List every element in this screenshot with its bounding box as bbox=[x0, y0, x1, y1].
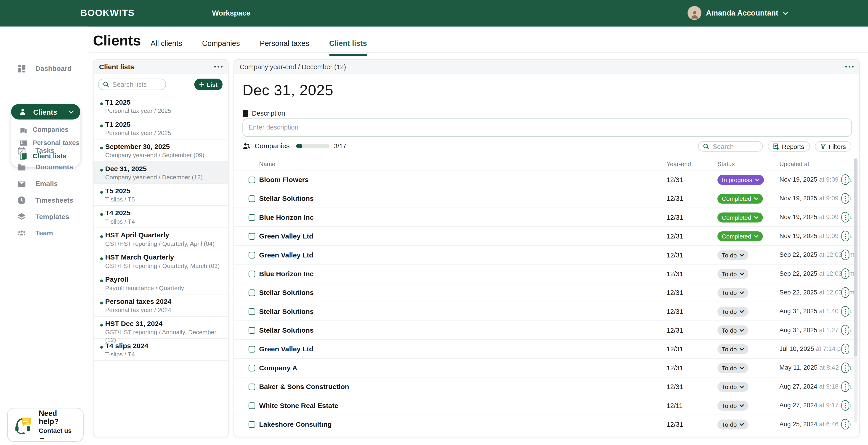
list-item[interactable]: HST April Quarterly GST/HST reporting / … bbox=[93, 228, 228, 250]
search-lists-box bbox=[98, 78, 166, 90]
scrollbar-thumb[interactable] bbox=[854, 158, 858, 356]
sidebar-item-dashboard[interactable]: Dashboard bbox=[0, 62, 89, 75]
table-row[interactable]: Bloom Flowers 12/31 In progress Nov 19, … bbox=[234, 170, 860, 189]
row-actions-icon[interactable] bbox=[841, 344, 849, 354]
list-item[interactable]: T1 2025 Personal tax year / 2025 bbox=[93, 118, 228, 139]
workspace-label[interactable]: Workspace bbox=[212, 9, 250, 17]
chevron-down-icon bbox=[740, 385, 744, 389]
row-checkbox[interactable] bbox=[249, 402, 255, 409]
sidebar-item-team[interactable]: Team bbox=[0, 226, 89, 240]
tab-personal-taxes[interactable]: Personal taxes bbox=[260, 39, 309, 56]
row-status-badge[interactable]: To do bbox=[717, 382, 748, 392]
row-status-badge[interactable]: To do bbox=[717, 325, 748, 336]
sidebar-clients-label: Clients bbox=[33, 107, 57, 116]
row-status-badge[interactable]: To do bbox=[717, 288, 748, 298]
row-status-badge[interactable]: To do bbox=[717, 420, 748, 430]
table-row[interactable]: Stellar Solutions 12/31 To do Aug 31, 20… bbox=[234, 302, 860, 321]
list-item[interactable]: Dec 31, 2025 Company year-end / December… bbox=[93, 161, 228, 184]
table-row[interactable]: Baker & Sons Construction 12/31 To do Au… bbox=[234, 377, 860, 396]
table-row[interactable]: White Stone Real Estate 12/11 To do Aug … bbox=[234, 396, 860, 415]
row-actions-icon[interactable] bbox=[841, 174, 849, 185]
description-input[interactable] bbox=[242, 118, 852, 137]
table-scrollbar[interactable] bbox=[854, 158, 858, 423]
row-checkbox[interactable] bbox=[249, 346, 255, 352]
row-status-badge[interactable]: To do bbox=[717, 307, 748, 317]
list-item[interactable]: Payroll Payroll remittance / Quarterly bbox=[93, 272, 228, 294]
list-item[interactable]: September 30, 2025 Company year-end / Se… bbox=[93, 139, 228, 162]
filters-button[interactable]: Filters bbox=[815, 141, 851, 152]
row-status-badge[interactable]: Completed bbox=[717, 194, 763, 204]
row-status-badge[interactable]: To do bbox=[717, 269, 748, 279]
row-actions-icon[interactable] bbox=[841, 419, 849, 430]
row-checkbox[interactable] bbox=[249, 289, 255, 296]
list-item[interactable]: T4 2025 T-slips / T4 bbox=[93, 206, 228, 228]
table-row[interactable]: Blue Horizon Inc 12/31 To do Sep 22, 202… bbox=[234, 264, 860, 283]
list-item[interactable]: T4 slips 2024 T-slips / T4 bbox=[93, 339, 228, 361]
row-checkbox[interactable] bbox=[249, 252, 255, 258]
row-actions-icon[interactable] bbox=[841, 325, 849, 335]
sidebar-item-documents[interactable]: Documents bbox=[0, 161, 89, 174]
row-checkbox[interactable] bbox=[249, 327, 255, 334]
list-item[interactable]: T5 2025 T-slips / T5 bbox=[93, 184, 228, 206]
reports-button[interactable]: Reports bbox=[768, 141, 809, 152]
row-checkbox[interactable] bbox=[249, 214, 255, 221]
sidebar-item-clients[interactable]: Clients bbox=[11, 104, 80, 120]
tab-client-lists[interactable]: Client lists bbox=[329, 39, 367, 56]
row-checkbox[interactable] bbox=[249, 421, 255, 428]
row-checkbox[interactable] bbox=[249, 177, 255, 183]
detail-menu-icon[interactable] bbox=[845, 66, 854, 67]
help-contact-link[interactable]: Contact us → bbox=[39, 427, 79, 440]
row-actions-icon[interactable] bbox=[841, 287, 849, 298]
row-actions-icon[interactable] bbox=[841, 268, 849, 279]
sidebar-item-tasks[interactable]: Tasks bbox=[0, 144, 89, 157]
sidebar-item-emails[interactable]: Emails bbox=[0, 177, 89, 190]
row-status-badge[interactable]: To do bbox=[717, 363, 748, 373]
row-status-badge[interactable]: Completed bbox=[717, 213, 763, 222]
search-lists-input[interactable] bbox=[113, 81, 161, 88]
row-checkbox[interactable] bbox=[249, 308, 255, 315]
table-row[interactable]: Stellar Solutions 12/31 To do Sep 22, 20… bbox=[234, 283, 860, 302]
table-row[interactable]: Green Valley Ltd 12/31 To do Jul 10, 202… bbox=[234, 340, 860, 359]
table-search-input[interactable] bbox=[713, 142, 758, 150]
list-item[interactable]: HST March Quarterly GST/HST reporting / … bbox=[93, 250, 228, 272]
row-checkbox[interactable] bbox=[249, 271, 255, 277]
row-actions-icon[interactable] bbox=[841, 306, 849, 317]
table-row[interactable]: Stellar Solutions 12/31 Completed Nov 19… bbox=[234, 189, 860, 208]
table-row[interactable]: Blue Horizon Inc 12/31 Completed Nov 19,… bbox=[234, 208, 860, 227]
tab-companies[interactable]: Companies bbox=[202, 39, 240, 56]
row-checkbox[interactable] bbox=[249, 195, 255, 202]
row-actions-icon[interactable] bbox=[841, 212, 849, 222]
need-help-card[interactable]: Need help? Contact us → bbox=[7, 408, 83, 442]
table-row[interactable]: Company A 12/31 To do May 11, 2025 at 8:… bbox=[234, 359, 860, 377]
sidebar-item-timesheets[interactable]: Timesheets bbox=[0, 194, 89, 207]
sidebar-item-templates[interactable]: Templates bbox=[0, 211, 89, 224]
row-actions-icon[interactable] bbox=[841, 400, 849, 411]
table-row[interactable]: Green Valley Ltd 12/31 Completed Nov 19,… bbox=[234, 227, 860, 246]
user-menu[interactable]: Amanda Accountant bbox=[688, 6, 788, 20]
row-actions-icon[interactable] bbox=[841, 250, 849, 260]
row-checkbox[interactable] bbox=[249, 384, 255, 390]
sidebar-item-label: Timesheets bbox=[35, 196, 73, 204]
row-actions-icon[interactable] bbox=[841, 362, 849, 373]
list-item[interactable]: Personal taxes 2024 Personal tax year / … bbox=[93, 294, 228, 317]
bullet-icon bbox=[100, 324, 103, 326]
table-row[interactable]: Green Valley Ltd 12/31 To do Sep 22, 202… bbox=[234, 246, 860, 264]
row-status-badge[interactable]: In progress bbox=[717, 175, 764, 185]
tab-all-clients[interactable]: All clients bbox=[151, 39, 182, 56]
sidebar-item-companies[interactable]: Companies bbox=[11, 123, 80, 136]
row-actions-icon[interactable] bbox=[841, 193, 849, 204]
row-actions-icon[interactable] bbox=[841, 231, 849, 241]
table-row[interactable]: Lakeshore Consulting 12/31 To do Aug 25,… bbox=[234, 415, 860, 434]
add-list-button[interactable]: List bbox=[194, 78, 222, 90]
row-status-badge[interactable]: To do bbox=[717, 250, 748, 260]
row-status-badge[interactable]: To do bbox=[717, 401, 748, 411]
panel-menu-icon[interactable] bbox=[214, 66, 222, 67]
row-status-badge[interactable]: Completed bbox=[717, 231, 763, 242]
row-status-badge[interactable]: To do bbox=[717, 344, 748, 354]
list-item[interactable]: T1 2025 Personal tax year / 2025 bbox=[93, 95, 228, 118]
row-checkbox[interactable] bbox=[249, 233, 255, 240]
row-actions-icon[interactable] bbox=[841, 381, 849, 392]
list-item[interactable]: HST Dec 31, 2024 GST/HST reporting / Ann… bbox=[93, 317, 228, 339]
table-row[interactable]: Stellar Solutions 12/31 To do Aug 31, 20… bbox=[234, 321, 860, 340]
row-checkbox[interactable] bbox=[249, 365, 255, 372]
